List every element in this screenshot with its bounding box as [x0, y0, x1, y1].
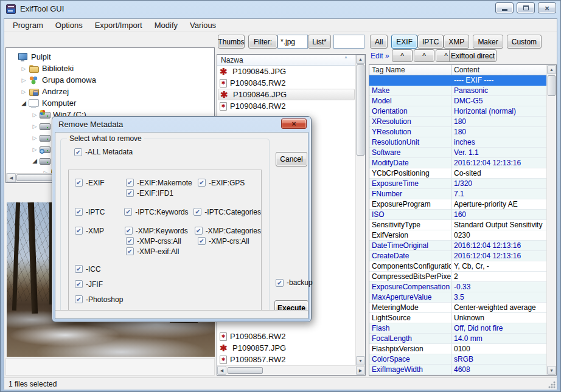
cancel-button[interactable]: Cancel [276, 152, 307, 167]
file-row[interactable]: ✱P1090857.RW2 [218, 354, 355, 365]
scroll-left-icon[interactable]: ◀ [7, 173, 16, 182]
resize-grip[interactable] [548, 380, 556, 389]
tree-row[interactable]: Pulpit [6, 51, 214, 63]
tab-iptc[interactable]: IPTC [417, 35, 444, 49]
scrollbar-thumb[interactable] [228, 367, 263, 374]
file-row[interactable]: ✱P1090845.JPG [218, 66, 355, 77]
minimize-button[interactable] [495, 2, 514, 13]
scroll-left-icon[interactable]: ◀ [217, 366, 226, 375]
checkbox-exif[interactable]: ✔-EXIF [75, 179, 105, 187]
file-row[interactable]: ✱P1090856.RW2 [218, 331, 355, 342]
table-row[interactable]: SoftwareVer. 1.1 [369, 148, 546, 158]
table-row[interactable]: ExposureTime1/320 [369, 179, 546, 189]
expander-icon[interactable]: ◢ [30, 157, 39, 164]
list-button[interactable]: List* [308, 35, 331, 49]
file-row[interactable]: ✱P1090846.RW2 [218, 100, 355, 112]
expander-icon[interactable]: ▷ [30, 123, 39, 129]
table-row[interactable]: YResolution180 [369, 127, 546, 137]
menu-item-options[interactable]: Options [49, 19, 89, 31]
checkbox-iptc[interactable]: ✔-IPTC [75, 208, 105, 216]
expander-icon[interactable]: ▷ [19, 77, 28, 83]
tree-row[interactable]: ▷Andrzej [6, 86, 214, 97]
menu-item-program[interactable]: Program [7, 19, 49, 31]
close-button[interactable]: × [538, 2, 556, 13]
table-row[interactable]: FNumber7.1 [369, 189, 546, 199]
expander-icon[interactable]: ▷ [30, 135, 39, 141]
table-row[interactable]: LightSourceUnknown [369, 313, 546, 323]
file-row[interactable]: ✱P1090845.RW2 [218, 77, 355, 89]
checkbox-iptc-categories[interactable]: ✔-IPTC:Categories [193, 208, 261, 216]
maximize-button[interactable] [517, 2, 535, 13]
tag-name-column-header[interactable]: Tag Name [369, 65, 451, 75]
filter-input[interactable] [277, 35, 308, 49]
table-row[interactable]: CreateDate2016:12:04 12:13:16 [369, 251, 546, 261]
table-row[interactable]: ColorSpacesRGB [369, 354, 546, 365]
table-row[interactable]: FlashpixVersion0100 [369, 344, 546, 354]
scroll-up-icon[interactable]: ▲ [547, 65, 556, 74]
tab-exif[interactable]: EXIF [391, 35, 417, 49]
filter-button[interactable]: Filter: [248, 35, 277, 49]
checkbox-xmp-crss-all[interactable]: ✔-XMP-crss:All [126, 237, 181, 246]
tab-xmp[interactable]: XMP [444, 35, 469, 49]
table-row[interactable]: MaxApertureValue3.5 [369, 292, 546, 303]
caret-button-2[interactable]: ^ [414, 49, 434, 62]
checkbox-xmp[interactable]: ✔-XMP [75, 227, 104, 235]
checkbox-jfif[interactable]: ✔-JFIF [75, 280, 103, 289]
table-row[interactable]: ModifyDate2016:12:04 12:13:16 [369, 158, 546, 168]
extra-filter-input[interactable] [333, 35, 364, 49]
table-row[interactable]: SensitivityTypeStandard Output Sensitivi… [369, 220, 546, 230]
file-row[interactable]: ✱P1090846.JPG [218, 89, 355, 100]
table-row[interactable]: FlashOff, Did not fire [369, 323, 546, 334]
expander-icon[interactable]: ◢ [19, 100, 28, 106]
table-row[interactable]: ResolutionUnitinches [369, 137, 546, 148]
checkbox-exif-ifd1[interactable]: ✔-EXIF:IFD1 [126, 189, 173, 198]
scrollbar-thumb[interactable] [357, 64, 364, 156]
table-row[interactable]: YCbCrPositioningCo-sited [369, 168, 546, 179]
table-row[interactable]: ModelDMC-G5 [369, 96, 546, 106]
table-row[interactable]: OrientationHorizontal (normal) [369, 106, 546, 117]
file-horizontal-scrollbar[interactable]: ◀ ▶ [217, 365, 365, 375]
scroll-right-icon[interactable]: ▶ [356, 366, 365, 375]
tab-all[interactable]: All [370, 35, 388, 49]
edit-link[interactable]: Edit » [371, 52, 389, 60]
scrollbar-thumb[interactable] [548, 75, 556, 96]
scroll-down-icon[interactable]: ▼ [356, 356, 365, 365]
tree-row[interactable]: ▷Biblioteki [6, 63, 214, 74]
table-row[interactable]: ComponentsConfigurationY, Cb, Cr, - [369, 261, 546, 272]
table-row[interactable]: DateTimeOriginal2016:12:04 12:13:16 [369, 241, 546, 251]
scroll-up-icon[interactable]: ▲ [356, 55, 365, 64]
table-vertical-scrollbar[interactable]: ▲ ▼ [546, 65, 556, 375]
checkbox-iptc-keywords[interactable]: ✔-IPTC:Keywords [124, 208, 188, 216]
expander-icon[interactable]: ▷ [30, 146, 39, 153]
tree-row[interactable]: ▷Grupa domowa [6, 74, 214, 86]
table-row[interactable]: ExposureCompensation-0.33 [369, 282, 546, 292]
checkbox-exif-gps[interactable]: ✔-EXIF:GPS [198, 179, 245, 187]
expander-icon[interactable]: ▷ [19, 89, 28, 95]
menu-item-modify[interactable]: Modify [148, 19, 184, 31]
table-row[interactable]: XResolution180 [369, 117, 546, 127]
checkbox-all-metadata[interactable]: ✔-ALL Metadata [74, 148, 133, 156]
file-row[interactable]: ✱P1090857.JPG [218, 342, 355, 354]
table-row[interactable]: ExifVersion0230 [369, 230, 546, 241]
exiftool-direct-button[interactable]: Exiftool direct [449, 49, 497, 62]
thumbs-button[interactable]: Thumbs [218, 35, 245, 49]
file-list-header[interactable]: Nazwa [217, 55, 355, 66]
checkbox-backup[interactable]: ✔-backup [276, 278, 313, 287]
checkbox-exif-makernote[interactable]: ✔-EXIF:Makernote [126, 179, 192, 187]
table-row[interactable]: MakePanasonic [369, 86, 546, 96]
dialog-close-button[interactable]: × [281, 119, 307, 129]
menu-item-various[interactable]: Various [184, 19, 222, 31]
checkbox-xmp-crs-all[interactable]: ✔-XMP-crs:All [198, 237, 249, 246]
checkbox-xmp-exif-all[interactable]: ✔-XMP-exif:All [126, 247, 179, 256]
table-row[interactable]: ---- EXIF ---- [369, 75, 546, 86]
caret-button-1[interactable]: ^ [392, 49, 413, 62]
content-column-header[interactable]: Content [451, 65, 482, 75]
menu-item-export-import[interactable]: Export/Import [89, 19, 148, 31]
table-row[interactable]: ExifImageWidth4608 [369, 365, 546, 375]
tab-maker[interactable]: Maker [473, 35, 503, 49]
checkbox-icc[interactable]: ✔-ICC [75, 265, 101, 273]
table-row[interactable]: ExposureProgramAperture-priority AE [369, 199, 546, 210]
tree-row[interactable]: ◢Komputer [6, 97, 214, 109]
table-row[interactable]: MeteringModeCenter-weighted average [369, 303, 546, 313]
file-vertical-scrollbar[interactable]: ▲ ▼ [355, 55, 365, 365]
